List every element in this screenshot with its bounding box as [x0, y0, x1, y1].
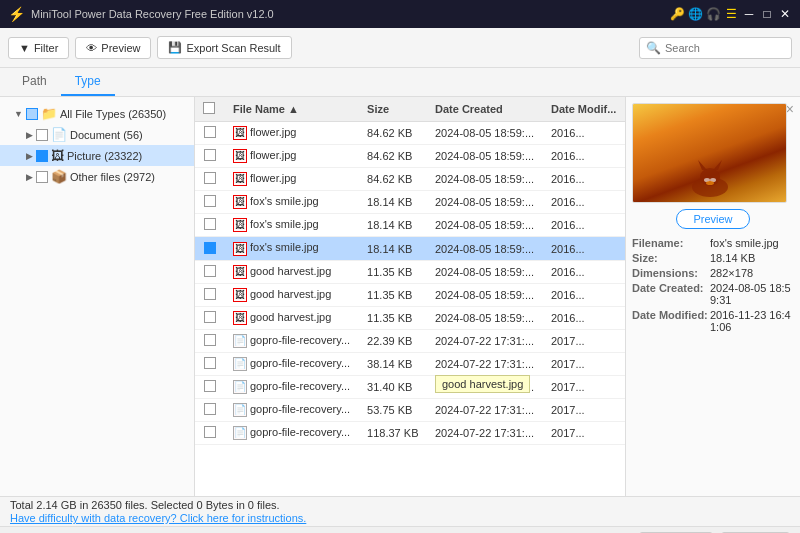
table-row[interactable]: 📄gopro-file-recovery...38.14 KB2024-07-2…: [195, 352, 625, 375]
table-row[interactable]: 🖼fox's smile.jpg18.14 KB2024-08-05 18:59…: [195, 214, 625, 237]
preview-image: [632, 103, 787, 203]
tree-item-document[interactable]: ▶ 📄 Document (56): [0, 124, 194, 145]
tab-path[interactable]: Path: [8, 68, 61, 96]
preview-toolbar-button[interactable]: 👁 Preview: [75, 37, 151, 59]
doc-icon: 📄: [51, 127, 67, 142]
row-checkbox[interactable]: [204, 426, 216, 438]
row-checkbox[interactable]: [204, 265, 216, 277]
tree-label-document: Document (56): [70, 129, 143, 141]
file-date-modified-cell: 2016...: [543, 260, 625, 283]
file-date-modified-cell: 2017...: [543, 329, 625, 352]
table-row[interactable]: 🖼good harvest.jpg11.35 KB2024-08-05 18:5…: [195, 283, 625, 306]
row-checkbox[interactable]: [204, 172, 216, 184]
title-bar: ⚡ MiniTool Power Data Recovery Free Edit…: [0, 0, 800, 28]
file-date-modified-cell: 2016...: [543, 237, 625, 260]
file-date-modified-cell: 2017...: [543, 399, 625, 422]
export-button[interactable]: 💾 Export Scan Result: [157, 36, 291, 59]
file-name-cell: 🖼flower.jpg: [225, 122, 359, 145]
dimensions-label: Dimensions:: [632, 267, 710, 279]
table-row[interactable]: 📄gopro-file-recovery...118.37 KB2024-07-…: [195, 422, 625, 445]
row-checkbox[interactable]: [204, 195, 216, 207]
info-dimensions-row: Dimensions: 282×178: [632, 267, 794, 279]
row-checkbox[interactable]: [204, 403, 216, 415]
row-checkbox[interactable]: [204, 218, 216, 230]
checkbox-all[interactable]: [26, 108, 38, 120]
file-size-cell: 84.62 KB: [359, 168, 427, 191]
file-size-cell: 31.40 KB: [359, 376, 427, 399]
svg-marker-3: [713, 160, 722, 170]
table-row[interactable]: 🖼flower.jpg84.62 KB2024-08-05 18:59:...2…: [195, 145, 625, 168]
bottom-bar: Home Save: [0, 526, 800, 533]
file-name-cell: 📄gopro-file-recovery...: [225, 376, 359, 399]
preview-button[interactable]: Preview: [676, 209, 749, 229]
close-preview-button[interactable]: ×: [786, 101, 794, 117]
checkbox-other[interactable]: [36, 171, 48, 183]
th-date-modified[interactable]: Date Modif...: [543, 97, 625, 122]
file-date-modified-cell: 2016...: [543, 191, 625, 214]
headphone-icon[interactable]: 🎧: [706, 7, 720, 21]
file-size-cell: 53.75 KB: [359, 399, 427, 422]
row-checkbox[interactable]: [204, 126, 216, 138]
status-bar: Total 2.14 GB in 26350 files. Selected 0…: [0, 496, 800, 526]
file-name-cell: 📄gopro-file-recovery...: [225, 422, 359, 445]
tree-item-picture[interactable]: ▶ 🖼 Picture (23322): [0, 145, 194, 166]
app-title: MiniTool Power Data Recovery Free Editio…: [31, 8, 274, 20]
info-size-row: Size: 18.14 KB: [632, 252, 794, 264]
tab-type[interactable]: Type: [61, 68, 115, 96]
key-icon[interactable]: 🔑: [670, 7, 684, 21]
help-link[interactable]: Have difficulty with data recovery? Clic…: [10, 512, 306, 524]
file-date-modified-cell: 2016...: [543, 306, 625, 329]
maximize-button[interactable]: □: [760, 7, 774, 21]
table-row[interactable]: 🖼fox's smile.jpg18.14 KB2024-08-05 18:59…: [195, 191, 625, 214]
table-row[interactable]: 📄gopro-file-recovery...53.75 KB2024-07-2…: [195, 399, 625, 422]
date-created-label: Date Created:: [632, 282, 710, 306]
select-all-checkbox[interactable]: [203, 102, 215, 114]
file-date-created-cell: 2024-07-22 17:31:...: [427, 376, 543, 399]
row-checkbox[interactable]: [204, 357, 216, 369]
file-date-created-cell: 2024-08-05 18:59:...: [427, 191, 543, 214]
table-row[interactable]: 🖼good harvest.jpg11.35 KB2024-08-05 18:5…: [195, 306, 625, 329]
th-filename[interactable]: File Name ▲: [225, 97, 359, 122]
filter-button[interactable]: ▼ Filter: [8, 37, 69, 59]
table-row[interactable]: 📄gopro-file-recovery...31.40 KB2024-07-2…: [195, 376, 625, 399]
close-button[interactable]: ✕: [778, 7, 792, 21]
th-size[interactable]: Size: [359, 97, 427, 122]
table-row[interactable]: 📄gopro-file-recovery...22.39 KB2024-07-2…: [195, 329, 625, 352]
th-date-created[interactable]: Date Created: [427, 97, 543, 122]
row-checkbox[interactable]: [204, 242, 216, 254]
file-date-modified-cell: 2016...: [543, 122, 625, 145]
main-area: ▼ 📁 All File Types (26350) ▶ 📄 Document …: [0, 97, 800, 496]
file-date-modified-cell: 2016...: [543, 168, 625, 191]
tree-label-other: Other files (2972): [70, 171, 155, 183]
table-row[interactable]: 🖼flower.jpg84.62 KB2024-08-05 18:59:...2…: [195, 122, 625, 145]
file-table: File Name ▲ Size Date Created Date Modif…: [195, 97, 625, 445]
size-value: 18.14 KB: [710, 252, 755, 264]
table-row[interactable]: 🖼flower.jpg84.62 KB2024-08-05 18:59:...2…: [195, 168, 625, 191]
size-label: Size:: [632, 252, 710, 264]
table-row[interactable]: 🖼fox's smile.jpg18.14 KB2024-08-05 18:59…: [195, 237, 625, 260]
checkbox-pic[interactable]: [36, 150, 48, 162]
file-size-cell: 11.35 KB: [359, 283, 427, 306]
file-name-cell: 🖼flower.jpg: [225, 168, 359, 191]
tree-item-all[interactable]: ▼ 📁 All File Types (26350): [0, 103, 194, 124]
fox-image: [680, 152, 740, 202]
file-date-created-cell: 2024-07-22 17:31:...: [427, 422, 543, 445]
file-date-created-cell: 2024-08-05 18:59:...: [427, 122, 543, 145]
minimize-button[interactable]: ─: [742, 7, 756, 21]
file-name-cell: 🖼fox's smile.jpg: [225, 191, 359, 214]
file-date-created-cell: 2024-07-22 17:31:...: [427, 399, 543, 422]
row-checkbox[interactable]: [204, 311, 216, 323]
row-checkbox[interactable]: [204, 149, 216, 161]
menu-icon[interactable]: ☰: [724, 7, 738, 21]
checkbox-doc[interactable]: [36, 129, 48, 141]
table-row[interactable]: 🖼good harvest.jpg11.35 KB2024-08-05 18:5…: [195, 260, 625, 283]
globe-icon[interactable]: 🌐: [688, 7, 702, 21]
file-date-modified-cell: 2016...: [543, 214, 625, 237]
date-modified-value: 2016-11-23 16:41:06: [710, 309, 794, 333]
row-checkbox[interactable]: [204, 334, 216, 346]
row-checkbox[interactable]: [204, 380, 216, 392]
search-input[interactable]: [665, 42, 785, 54]
file-date-created-cell: 2024-08-05 18:59:...: [427, 306, 543, 329]
row-checkbox[interactable]: [204, 288, 216, 300]
tree-item-other[interactable]: ▶ 📦 Other files (2972): [0, 166, 194, 187]
